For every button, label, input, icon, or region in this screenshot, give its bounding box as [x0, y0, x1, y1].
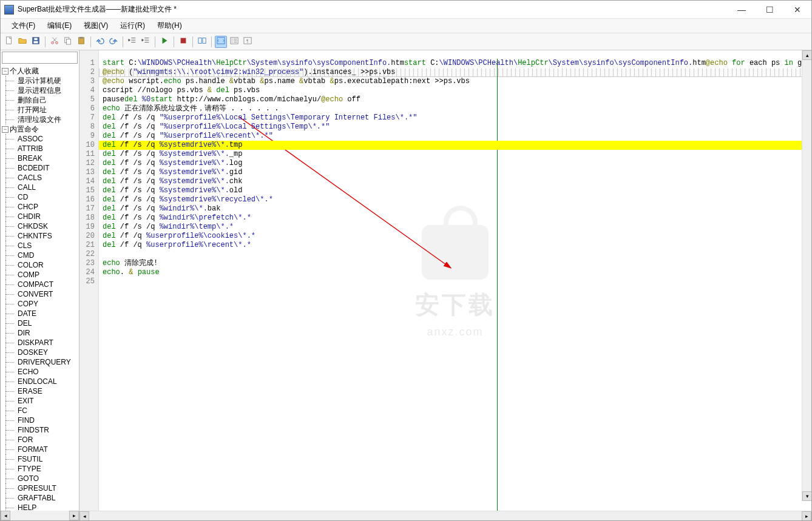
tree-item[interactable]: DRIVERQUERY — [1, 357, 79, 367]
tree-item[interactable]: CHCP — [1, 202, 79, 212]
code-line[interactable]: del /f /q %userprofile%\recent\*.* — [103, 241, 811, 250]
tree-item[interactable]: DATE — [1, 309, 79, 318]
outdent-button[interactable] — [126, 36, 138, 48]
tree-item[interactable]: FSUTIL — [1, 454, 79, 464]
new-button[interactable] — [3, 36, 15, 48]
sidebar-search-input[interactable] — [2, 52, 78, 64]
code-line[interactable]: del /f /s /q %windir%\*.bak — [103, 204, 811, 213]
sidebar-hscroll[interactable]: ◂ ▸ — [1, 511, 79, 520]
code-editor[interactable]: 1234567891011121314151617181920212223242… — [80, 50, 811, 511]
tree-group[interactable]: −内置命令 — [1, 124, 79, 134]
tree-item[interactable]: CACLS — [1, 173, 79, 183]
code-line[interactable]: start C:\WINDOWS\PCHealth\HelpCtr\System… — [103, 59, 811, 68]
tree-item[interactable]: COLOR — [1, 260, 79, 270]
close-button[interactable]: ✕ — [783, 1, 811, 19]
code-line[interactable]: cscript //nologo ps.vbs & del ps.vbs — [103, 86, 811, 95]
tree-item[interactable]: FORMAT — [1, 445, 79, 454]
collapse-icon[interactable]: − — [2, 68, 8, 75]
tree-item[interactable]: FOR — [1, 435, 79, 445]
tree-item[interactable]: BREAK — [1, 153, 79, 163]
code-line[interactable] — [103, 277, 811, 286]
copy-button[interactable] — [62, 36, 74, 48]
nav-button[interactable] — [196, 36, 208, 48]
scroll-right-icon[interactable]: ▸ — [802, 511, 811, 520]
tree-item[interactable]: EXIT — [1, 396, 79, 406]
code-line[interactable]: echo 正在清除系统垃圾文件，请稍等 . . . . . . — [103, 104, 811, 113]
menu-help[interactable]: 帮助(H) — [151, 19, 188, 33]
whitespace-button[interactable]: ¶ — [242, 36, 254, 48]
redo-button[interactable] — [107, 36, 120, 48]
code-area[interactable]: 安下载 anxz.com start C:\WINDOWS\PCHealth\H… — [99, 50, 811, 511]
code-line[interactable]: del /f /s /q %systemdrive%\*.tmp — [99, 141, 811, 150]
tree-item[interactable]: FC — [1, 406, 79, 415]
scroll-left-icon[interactable]: ◂ — [1, 511, 10, 520]
code-line[interactable]: @echo ("winmgmts:\\.\root\cimv2:win32_pr… — [103, 68, 811, 77]
tree-item[interactable]: ENDLOCAL — [1, 377, 79, 386]
menu-file[interactable]: 文件(F) — [5, 19, 41, 33]
tree-item[interactable]: BCDEDIT — [1, 163, 79, 173]
code-line[interactable]: del /f /s /q "%userprofile%\recent\*.*" — [103, 132, 811, 141]
code-line[interactable]: pausedel %0start http://www.cnblogs.com/… — [103, 95, 811, 104]
tree-item[interactable]: HELP — [1, 503, 79, 511]
tree-item[interactable]: 显示进程信息 — [1, 86, 79, 95]
tree-item[interactable]: COPY — [1, 299, 79, 309]
tree-item[interactable]: DOSKEY — [1, 348, 79, 357]
tree-item[interactable]: 清理垃圾文件 — [1, 115, 79, 124]
code-line[interactable] — [103, 250, 811, 259]
menu-view[interactable]: 视图(V) — [78, 19, 114, 33]
editor-vscroll[interactable]: ▴ ▾ — [802, 50, 811, 501]
cut-button[interactable] — [49, 36, 61, 48]
code-line[interactable]: del /f /s /q %windir%\temp\*.* — [103, 223, 811, 232]
code-line[interactable]: del /f /s /q %systemdrive%\*.gid — [103, 168, 811, 177]
scroll-down-icon[interactable]: ▾ — [802, 491, 811, 501]
tree-item[interactable]: FIND — [1, 415, 79, 425]
code-line[interactable]: @echo wscript.echo ps.handle &vbtab &ps.… — [103, 77, 811, 86]
linenum-button[interactable] — [228, 36, 240, 48]
tree-group[interactable]: −个人收藏 — [1, 66, 79, 76]
tree-item[interactable]: ERASE — [1, 386, 79, 396]
tree-item[interactable]: CHDIR — [1, 212, 79, 221]
tree-item[interactable]: ASSOC — [1, 134, 79, 144]
tree-item[interactable]: 打开网址 — [1, 105, 79, 115]
wrap-button[interactable] — [215, 36, 227, 48]
scroll-up-icon[interactable]: ▴ — [802, 50, 811, 60]
paste-button[interactable] — [75, 36, 87, 48]
indent-button[interactable] — [140, 36, 152, 48]
tree-item[interactable]: FINDSTR — [1, 425, 79, 435]
scroll-right-icon[interactable]: ▸ — [69, 511, 79, 520]
run-button[interactable] — [158, 36, 171, 48]
code-line[interactable]: del /f /s /q %systemdrive%\*._mp — [103, 150, 811, 159]
code-line[interactable]: del /f /s /q %systemdrive%\*.log — [103, 159, 811, 168]
menu-run[interactable]: 运行(R) — [114, 19, 151, 33]
menu-edit[interactable]: 编辑(E) — [41, 19, 78, 33]
code-line[interactable]: echo 清除完成! — [103, 259, 811, 268]
tree-item[interactable]: DEL — [1, 318, 79, 328]
code-line[interactable]: del /f /s /q %systemdrive%\*.old — [103, 186, 811, 195]
open-button[interactable] — [16, 36, 29, 48]
save-button[interactable] — [30, 36, 42, 48]
tree-item[interactable]: 删除自己 — [1, 95, 79, 105]
tree-item[interactable]: CONVERT — [1, 289, 79, 299]
tree-item[interactable]: GOTO — [1, 474, 79, 483]
tree-item[interactable]: COMP — [1, 270, 79, 280]
code-line[interactable]: del /f /s /q %windir%\prefetch\*.* — [103, 213, 811, 223]
scroll-left-icon[interactable]: ◂ — [80, 511, 89, 520]
tree-item[interactable]: CD — [1, 192, 79, 202]
tree-item[interactable]: CMD — [1, 250, 79, 260]
tree-item[interactable]: ECHO — [1, 367, 79, 377]
tree-item[interactable]: CHKDSK — [1, 221, 79, 231]
tree-item[interactable]: FTYPE — [1, 464, 79, 474]
tree-item[interactable]: 显示计算机硬 — [1, 76, 79, 86]
maximize-button[interactable]: ☐ — [756, 1, 783, 19]
tree-item[interactable]: ATTRIB — [1, 144, 79, 153]
tree-item[interactable]: CHKNTFS — [1, 231, 79, 241]
stop-button[interactable] — [177, 36, 189, 48]
code-line[interactable]: del /f /s /q %systemdrive%\*.chk — [103, 177, 811, 186]
code-line[interactable]: echo. & pause — [103, 268, 811, 277]
code-line[interactable]: del /f /q %userprofile%\cookies\*.* — [103, 232, 811, 241]
tree-item[interactable]: COMPACT — [1, 280, 79, 289]
collapse-icon[interactable]: − — [2, 126, 8, 133]
editor-hscroll[interactable]: ◂ ▸ — [80, 511, 811, 520]
code-line[interactable]: del /f /s /q "%userprofile%\Local Settin… — [103, 113, 811, 123]
code-line[interactable]: del /f /s /q %systemdrive%\recycled\*.* — [103, 195, 811, 204]
